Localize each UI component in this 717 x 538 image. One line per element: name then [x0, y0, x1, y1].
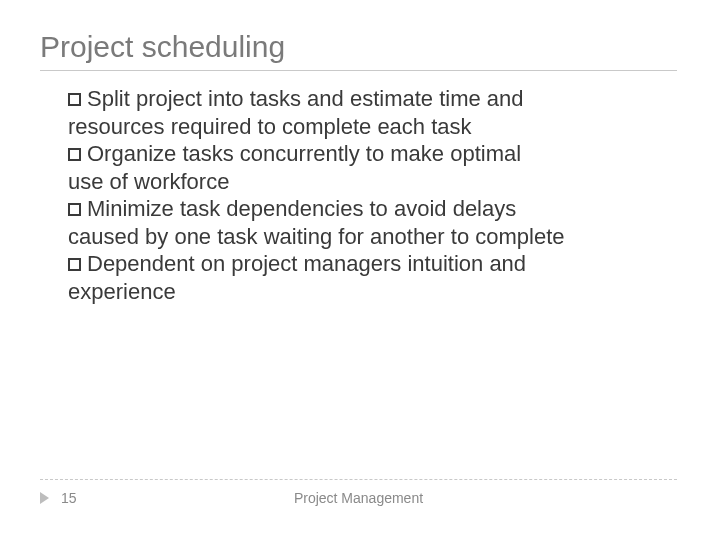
slide-body: Split project into tasks and estimate ti…	[40, 85, 677, 305]
bullet-continuation: experience	[68, 278, 677, 306]
bullet-lead: Minimize	[87, 196, 174, 221]
square-bullet-icon	[68, 148, 81, 161]
bullet-continuation: caused by one task waiting for another t…	[68, 223, 677, 251]
bullet-item: Split project into tasks and estimate ti…	[68, 85, 677, 113]
bullet-item: Organize tasks concurrently to make opti…	[68, 140, 677, 168]
square-bullet-icon	[68, 258, 81, 271]
footer-line: 15 Project Management	[40, 490, 677, 506]
bullet-text: task dependencies to avoid delays	[174, 196, 516, 221]
bullet-text: on project managers intuition and	[195, 251, 526, 276]
title-underline	[40, 70, 677, 71]
slide: Project scheduling Split project into ta…	[0, 0, 717, 538]
bullet-item: Dependent on project managers intuition …	[68, 250, 677, 278]
bullet-continuation: resources required to complete each task	[68, 113, 677, 141]
square-bullet-icon	[68, 203, 81, 216]
footer-divider	[40, 479, 677, 480]
bullet-lead: Organize	[87, 141, 176, 166]
slide-footer: 15 Project Management	[40, 479, 677, 506]
page-number: 15	[61, 490, 91, 506]
footer-label: Project Management	[294, 490, 423, 506]
bullet-text: project into tasks and estimate time and	[130, 86, 524, 111]
square-bullet-icon	[68, 93, 81, 106]
bullet-item: Minimize task dependencies to avoid dela…	[68, 195, 677, 223]
slide-title: Project scheduling	[40, 30, 677, 64]
triangle-icon	[40, 492, 49, 504]
bullet-continuation: use of workforce	[68, 168, 677, 196]
bullet-lead: Split	[87, 86, 130, 111]
bullet-text: tasks concurrently to make optimal	[176, 141, 521, 166]
bullet-lead: Dependent	[87, 251, 195, 276]
